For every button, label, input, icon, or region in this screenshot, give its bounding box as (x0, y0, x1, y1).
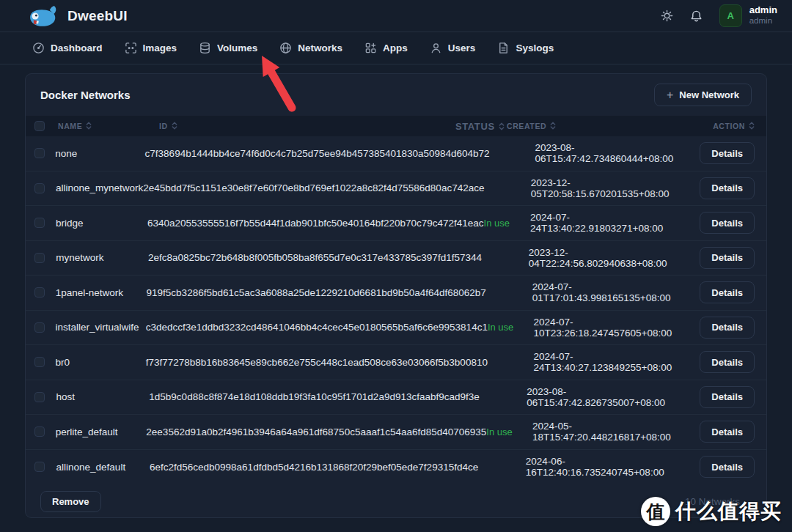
cell-network-name: br0 (56, 357, 146, 368)
details-label: Details (711, 426, 743, 437)
nav-label: Networks (298, 43, 342, 53)
cell-network-name: installer_virtualwife (56, 322, 146, 333)
column-label-name: NAME (58, 122, 82, 130)
details-button[interactable]: Details (700, 421, 755, 443)
header-cell-status[interactable]: STATUS (455, 121, 507, 132)
sort-icon[interactable] (499, 122, 505, 130)
row-checkbox[interactable] (34, 357, 45, 367)
table-row: mynetwork 2efc8a0825bc72b648b8f005fb058b… (26, 241, 766, 276)
row-checkbox[interactable] (34, 462, 45, 472)
cell-network-name: allinone_mynetwork2 (56, 182, 149, 193)
table-row: perlite_default 2ee3562d91a0b2f4961b3946… (26, 415, 766, 450)
nav-item-users[interactable]: Users (430, 42, 476, 54)
user-names: admin admin (749, 5, 777, 26)
details-button[interactable]: Details (700, 351, 755, 373)
cell-action: Details (695, 142, 767, 164)
theme-sun-icon[interactable] (658, 7, 677, 26)
header-cell-action[interactable]: ACTION (687, 122, 766, 130)
nav-item-syslogs[interactable]: Syslogs (497, 42, 554, 54)
details-label: Details (711, 391, 743, 402)
details-label: Details (711, 148, 743, 159)
table-row: none c7f38694b1444bb4ce74f6d0c4c7b25d75e… (26, 136, 766, 171)
app-header: DweebUI A admin admin (0, 0, 792, 32)
header-cell-id[interactable]: ID (159, 122, 455, 130)
row-checkbox[interactable] (34, 287, 45, 298)
nav-item-volumes[interactable]: Volumes (199, 42, 257, 54)
new-network-button[interactable]: + New Network (654, 84, 752, 106)
avatar[interactable]: A (719, 4, 742, 27)
details-button[interactable]: Details (700, 456, 755, 478)
table-row: 1panel-network 919f5cb3286f5bd61c5ac3a60… (26, 276, 766, 311)
header-actions: A admin admin (658, 4, 777, 27)
table-row: bridge 6340a20553555516f7b55d44f1dab901b… (26, 206, 766, 241)
brand[interactable]: DweebUI (28, 5, 128, 27)
column-label-id: ID (159, 122, 168, 130)
cell-checkbox (26, 148, 55, 158)
cell-checkbox (26, 357, 56, 367)
panel-header: Docker Networks + New Network (26, 74, 766, 116)
nav-label: Dashboard (51, 43, 103, 53)
cell-network-id: 2ee3562d91a0b2f4961b3946a64a961df68750c5… (146, 426, 486, 437)
details-button[interactable]: Details (700, 247, 755, 269)
notifications-bell-icon[interactable] (687, 7, 706, 26)
cell-action: Details (694, 177, 766, 199)
nav-label: Users (448, 43, 476, 53)
details-label: Details (711, 287, 743, 298)
table-row: allinone_mynetwork2 e45bdd7f5c1151e30e8f… (26, 171, 766, 207)
nav-label: Images (143, 43, 177, 53)
table-row: br0 f73f77278b8b16b83645e89cb662e755c448… (26, 345, 766, 380)
row-checkbox[interactable] (34, 183, 45, 193)
details-button[interactable]: Details (700, 317, 755, 339)
details-label: Details (711, 357, 743, 368)
cell-network-id: c3dedccf3e1ddbd3232cd48641046bb4c4cec45e… (146, 322, 488, 333)
details-button[interactable]: Details (700, 177, 755, 199)
main-nav: Dashboard Images Volumes Networks (0, 32, 792, 64)
nav-item-dashboard[interactable]: Dashboard (32, 42, 103, 54)
header-cell-name[interactable]: NAME (58, 122, 159, 130)
app-title: DweebUI (67, 8, 128, 24)
details-label: Details (711, 182, 743, 193)
details-button[interactable]: Details (700, 212, 755, 234)
cell-status: In use (486, 426, 532, 437)
nav-item-images[interactable]: Images (125, 42, 177, 54)
sort-icon[interactable] (172, 122, 177, 130)
cell-network-id: f73f77278b8b16b83645e89cb662e755c448c1ea… (146, 357, 488, 368)
sort-icon[interactable] (749, 122, 755, 130)
cell-action: Details (694, 421, 766, 443)
cell-network-name: none (55, 148, 144, 159)
cell-network-id: e45bdd7f5c1151e30e8f7e60f70e8bd769ef1022… (149, 182, 485, 193)
row-checkbox[interactable] (34, 148, 45, 158)
scan-icon (125, 42, 137, 54)
details-button[interactable]: Details (700, 142, 755, 164)
details-button[interactable]: Details (700, 281, 755, 303)
cell-network-id: 919f5cb3286f5bd61c5ac3a6088a25de1229210d… (147, 287, 486, 298)
panel-title: Docker Networks (40, 89, 131, 101)
cell-checkbox (26, 426, 56, 437)
nav-item-apps[interactable]: Apps (364, 42, 408, 54)
gauge-icon (32, 42, 45, 54)
plus-icon: + (667, 89, 673, 101)
row-checkbox[interactable] (34, 253, 45, 263)
user-role: admin (749, 16, 777, 26)
table-header-row: NAME ID STATUS CREATED ACTION (26, 116, 766, 136)
cell-created: 2024-07-24T13:40:27.123849255+08:00 (533, 351, 694, 373)
watermark-badge: 值 (641, 497, 670, 526)
row-checkbox[interactable] (34, 218, 45, 228)
cell-created: 2023-12-04T22:24:56.802940638+08:00 (529, 247, 693, 269)
sort-icon[interactable] (86, 122, 92, 130)
header-cell-created[interactable]: CREATED (507, 122, 687, 130)
cell-checkbox (26, 253, 56, 263)
row-checkbox[interactable] (34, 322, 45, 333)
user-menu[interactable]: A admin admin (719, 4, 777, 27)
table-body: none c7f38694b1444bb4ce74f6d0c4c7b25d75e… (26, 136, 766, 484)
cell-created: 2024-07-10T23:26:18.247457605+08:00 (533, 317, 694, 339)
cell-checkbox (26, 392, 56, 402)
row-checkbox[interactable] (34, 426, 45, 437)
column-label-action: ACTION (713, 122, 745, 130)
row-checkbox[interactable] (34, 392, 45, 402)
sort-icon[interactable] (550, 122, 556, 130)
nav-item-networks[interactable]: Networks (279, 42, 342, 54)
remove-button[interactable]: Remove (40, 491, 101, 512)
details-button[interactable]: Details (700, 386, 755, 408)
select-all-checkbox[interactable] (34, 121, 45, 131)
